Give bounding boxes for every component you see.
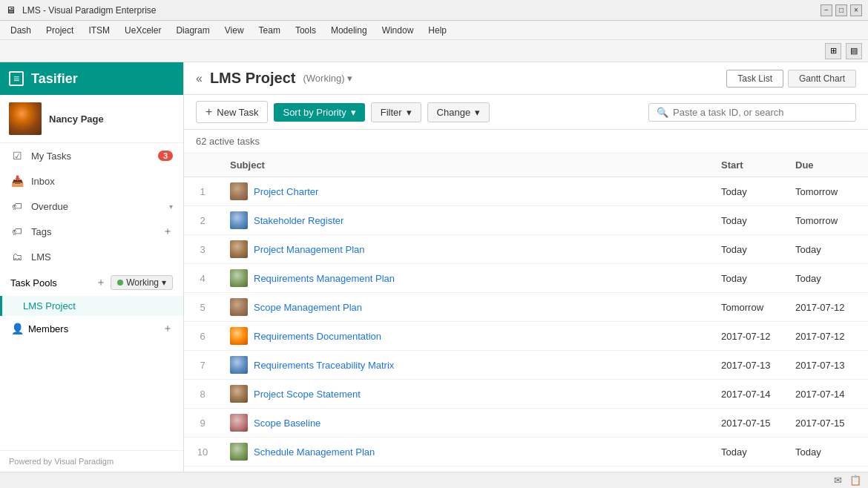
task-due: Today bbox=[786, 438, 868, 466]
minimize-button[interactable]: − bbox=[821, 4, 832, 16]
task-table: Subject Start Due 1 Project Charter Toda… bbox=[184, 154, 868, 472]
change-button[interactable]: Change ▾ bbox=[427, 102, 490, 122]
project-status[interactable]: (Working) ▾ bbox=[303, 73, 352, 84]
task-link[interactable]: Schedule Management Plan bbox=[254, 446, 375, 458]
lms-icon: 🗂 bbox=[10, 250, 24, 263]
task-link[interactable]: Requirements Traceability Matrix bbox=[254, 360, 394, 371]
task-table-wrapper[interactable]: Subject Start Due 1 Project Charter Toda… bbox=[184, 154, 868, 472]
task-link[interactable]: Requirements Documentation bbox=[254, 331, 381, 342]
filter-button[interactable]: Filter ▾ bbox=[371, 102, 421, 122]
add-task-pool-icon[interactable]: ＋ bbox=[96, 276, 106, 289]
tab-gantt-chart[interactable]: Gantt Chart bbox=[788, 70, 856, 88]
table-row[interactable]: 7 Requirements Traceability Matrix 2017-… bbox=[184, 351, 868, 380]
col-subject: Subject bbox=[221, 154, 712, 177]
new-task-label: New Task bbox=[217, 107, 258, 118]
task-list: 1 Project Charter Today Tomorrow 2 Stake… bbox=[184, 177, 868, 472]
tab-task-list[interactable]: Task List bbox=[726, 70, 783, 88]
task-num: 1 bbox=[184, 177, 221, 206]
menu-team[interactable]: Team bbox=[251, 23, 288, 38]
sidebar-item-lms-project[interactable]: LMS Project bbox=[0, 296, 183, 316]
panel-view-icon[interactable]: ▤ bbox=[846, 43, 862, 59]
table-row[interactable]: 5 Scope Management Plan Tomorrow 2017-07… bbox=[184, 293, 868, 322]
menu-itsm[interactable]: ITSM bbox=[81, 23, 117, 38]
sidebar-item-inbox[interactable]: 📥 Inbox bbox=[0, 168, 183, 194]
collapse-sidebar-icon[interactable]: « bbox=[196, 72, 203, 85]
task-subject-cell: Requirements Management Plan bbox=[221, 264, 712, 293]
main-content: « LMS Project (Working) ▾ Task List Gant… bbox=[184, 62, 868, 472]
menu-modeling[interactable]: Modeling bbox=[323, 23, 375, 38]
note-icon[interactable]: 📋 bbox=[849, 474, 862, 487]
sidebar-item-my-tasks[interactable]: ☑ My Tasks 3 bbox=[0, 143, 183, 168]
new-task-button[interactable]: + New Task bbox=[196, 101, 268, 123]
table-row[interactable]: 1 Project Charter Today Tomorrow bbox=[184, 177, 868, 206]
task-link[interactable]: Project Scope Statement bbox=[254, 389, 361, 400]
table-row[interactable]: 9 Scope Baseline 2017-07-15 2017-07-15 bbox=[184, 409, 868, 438]
maximize-button[interactable]: □ bbox=[835, 4, 847, 16]
sort-by-priority-button[interactable]: Sort by Priority ▾ bbox=[274, 103, 364, 122]
table-row[interactable]: 2 Stakeholder Register Today Tomorrow bbox=[184, 206, 868, 235]
search-bar: 🔍 bbox=[648, 103, 856, 122]
overdue-icon: 🏷 bbox=[10, 200, 24, 213]
search-input[interactable] bbox=[673, 107, 848, 118]
add-tag-icon[interactable]: ＋ bbox=[162, 225, 173, 238]
my-tasks-label: My Tasks bbox=[31, 151, 151, 162]
sidebar-item-tags[interactable]: 🏷 Tags ＋ bbox=[0, 219, 183, 244]
task-num: 3 bbox=[184, 235, 221, 264]
table-row[interactable]: 8 Project Scope Statement 2017-07-14 201… bbox=[184, 380, 868, 409]
sidebar-footer: Powered by Visual Paradigm bbox=[0, 450, 183, 472]
menu-dash[interactable]: Dash bbox=[3, 23, 39, 38]
working-chevron-icon: ▾ bbox=[162, 277, 166, 288]
menu-uexceler[interactable]: UeXceler bbox=[117, 23, 168, 38]
grid-view-icon[interactable]: ⊞ bbox=[825, 43, 841, 59]
task-due: 2017-07-12 bbox=[786, 322, 868, 351]
task-link[interactable]: Project Management Plan bbox=[254, 244, 365, 255]
task-link[interactable]: Stakeholder Register bbox=[254, 215, 343, 226]
sidebar: ≡ Tasifier Nancy Page ☑ My Tasks 3 📥 Inb… bbox=[0, 62, 184, 472]
task-link[interactable]: Project Charter bbox=[254, 186, 318, 197]
close-button[interactable]: × bbox=[850, 4, 862, 16]
table-row[interactable]: 3 Project Management Plan Today Today bbox=[184, 235, 868, 264]
task-due: 2017-07-12 bbox=[786, 293, 868, 322]
project-header: « LMS Project (Working) ▾ Task List Gant… bbox=[184, 62, 868, 95]
task-subject-cell: Scope Baseline bbox=[221, 409, 712, 438]
task-link[interactable]: Requirements Management Plan bbox=[254, 273, 395, 284]
working-dropdown[interactable]: Working ▾ bbox=[111, 275, 173, 290]
table-row[interactable]: 11 Activity Attributes Tomorrow Tomorrow bbox=[184, 466, 868, 472]
table-row[interactable]: 6 Requirements Documentation 2017-07-12 … bbox=[184, 322, 868, 351]
user-name: Nancy Page bbox=[49, 113, 104, 125]
task-start: Today bbox=[712, 206, 786, 235]
message-icon[interactable]: ✉ bbox=[831, 474, 844, 487]
task-start: Today bbox=[712, 264, 786, 293]
menu-diagram[interactable]: Diagram bbox=[168, 23, 217, 38]
project-status-chevron-icon: ▾ bbox=[347, 73, 352, 84]
menu-window[interactable]: Window bbox=[375, 23, 421, 38]
task-subject-cell: Project Management Plan bbox=[221, 235, 712, 264]
top-icons-bar: ⊞ ▤ bbox=[0, 40, 868, 62]
add-member-icon[interactable]: ＋ bbox=[162, 322, 173, 335]
app-body: ≡ Tasifier Nancy Page ☑ My Tasks 3 📥 Inb… bbox=[0, 62, 868, 472]
task-link[interactable]: Scope Management Plan bbox=[254, 302, 362, 313]
project-item-label: LMS Project bbox=[23, 300, 76, 311]
overdue-label: Overdue bbox=[31, 201, 162, 212]
app-icon: 🖥 bbox=[6, 4, 18, 16]
task-subject-cell: Scope Management Plan bbox=[221, 293, 712, 322]
sidebar-item-lms[interactable]: 🗂 LMS bbox=[0, 244, 183, 269]
task-num: 5 bbox=[184, 293, 221, 322]
bottom-bar: ✉ 📋 bbox=[0, 472, 868, 488]
task-num: 11 bbox=[184, 466, 221, 472]
inbox-icon: 📥 bbox=[10, 174, 24, 188]
task-num: 2 bbox=[184, 206, 221, 235]
task-link[interactable]: Scope Baseline bbox=[254, 418, 320, 429]
menu-tools[interactable]: Tools bbox=[288, 23, 323, 38]
menu-view[interactable]: View bbox=[217, 23, 251, 38]
tag-icon: 🏷 bbox=[10, 225, 24, 238]
task-start: Today bbox=[712, 235, 786, 264]
task-start: 2017-07-14 bbox=[712, 380, 786, 409]
task-due: 2017-07-15 bbox=[786, 409, 868, 438]
sidebar-item-overdue[interactable]: 🏷 Overdue ▾ bbox=[0, 194, 183, 219]
table-row[interactable]: 10 Schedule Management Plan Today Today bbox=[184, 438, 868, 466]
menu-help[interactable]: Help bbox=[421, 23, 454, 38]
table-row[interactable]: 4 Requirements Management Plan Today Tod… bbox=[184, 264, 868, 293]
menu-project[interactable]: Project bbox=[39, 23, 81, 38]
inbox-label: Inbox bbox=[31, 176, 173, 187]
